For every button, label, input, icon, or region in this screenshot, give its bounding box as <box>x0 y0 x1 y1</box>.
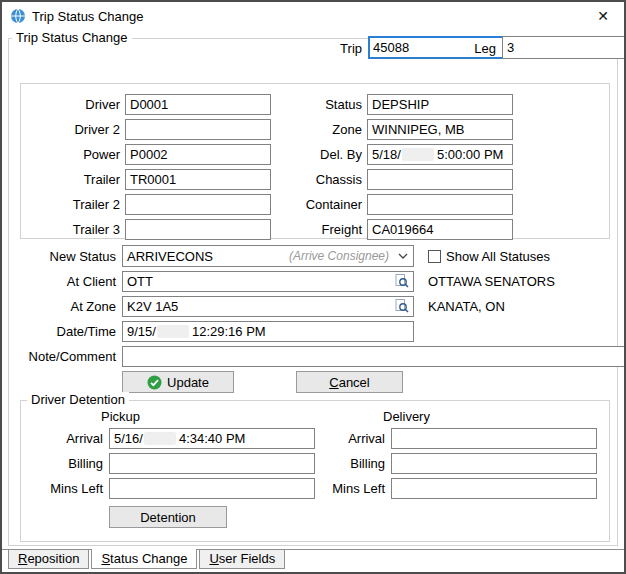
tab-strip: Reposition Status Change User Fields <box>2 549 624 570</box>
at-zone-value: K2V 1A5 <box>127 299 394 314</box>
chassis-input[interactable] <box>367 169 513 190</box>
driver2-input[interactable] <box>125 119 271 140</box>
note-comment-label: Note/Comment <box>20 349 116 364</box>
action-buttons: Update Cancel <box>20 371 620 393</box>
datetime-label: Date/Time <box>20 324 116 339</box>
status-input[interactable] <box>367 94 513 115</box>
new-status-combobox[interactable]: ARRIVECONS (Arrive Consignee) <box>122 245 414 267</box>
detention-grid: Arrival 5/16/ 4:34:40 PM Arrival Billing… <box>21 428 609 499</box>
tab-reposition-label: Reposition <box>18 551 79 566</box>
trailer2-label: Trailer 2 <box>21 197 120 212</box>
driver2-label: Driver 2 <box>21 122 120 137</box>
pickup-billing-input[interactable] <box>109 453 315 474</box>
at-zone-input[interactable]: K2V 1A5 <box>122 296 414 317</box>
new-status-label: New Status <box>20 249 116 264</box>
trip-label: Trip <box>300 41 362 56</box>
update-button-label: Update <box>167 375 209 390</box>
chassis-label: Chassis <box>276 172 362 187</box>
note-comment-input[interactable] <box>122 346 626 367</box>
pickup-mins-left-label: Mins Left <box>29 481 103 496</box>
titlebar: Trip Status Change ✕ <box>2 2 624 30</box>
close-icon[interactable]: ✕ <box>582 2 624 30</box>
tab-reposition[interactable]: Reposition <box>8 550 89 569</box>
trailer-label: Trailer <box>21 172 120 187</box>
detention-button-label: Detention <box>140 510 196 525</box>
at-client-label: At Client <box>20 274 116 289</box>
delivery-column-header: Delivery <box>383 409 430 426</box>
tab-user-fields-label: User Fields <box>209 551 275 566</box>
tab-status-change[interactable]: Status Change <box>91 549 197 569</box>
at-zone-label: At Zone <box>20 299 116 314</box>
datetime-input[interactable]: 9/15/ 12:29:16 PM <box>122 321 414 342</box>
new-status-hint: (Arrive Consignee) <box>289 249 389 263</box>
app-icon <box>10 8 26 24</box>
show-all-statuses-group: Show All Statuses <box>428 249 550 264</box>
container-label: Container <box>276 197 362 212</box>
del-by-input[interactable]: 5/18/ 5:00:00 PM <box>367 144 513 165</box>
tab-status-change-label: Status Change <box>101 551 187 566</box>
cancel-button-label: Cancel <box>329 375 369 390</box>
del-by-label: Del. By <box>276 147 362 162</box>
show-all-statuses-label: Show All Statuses <box>446 249 550 264</box>
del-by-value-post: 5:00:00 PM <box>437 147 504 162</box>
freight-input[interactable] <box>367 219 513 240</box>
new-status-value: ARRIVECONS <box>127 249 289 264</box>
redacted-year <box>144 432 176 445</box>
delivery-mins-left-input[interactable] <box>391 478 597 499</box>
pickup-arrival-label: Arrival <box>29 431 103 446</box>
delivery-billing-label: Billing <box>321 456 385 471</box>
container-input[interactable] <box>367 194 513 215</box>
zone-label: Zone <box>276 122 362 137</box>
driver-detention-group-label: Driver Detention <box>27 392 129 407</box>
datetime-value-pre: 9/15/ <box>127 324 156 339</box>
at-client-input[interactable]: OTT <box>122 271 414 292</box>
pickup-arrival-value-pre: 5/16/ <box>114 431 143 446</box>
status-change-section: New Status ARRIVECONS (Arrive Consignee)… <box>20 245 620 393</box>
detention-button[interactable]: Detention <box>109 506 227 528</box>
trip-info-group: Driver Status Driver 2 Zone Power Del. B… <box>20 83 610 239</box>
tab-user-fields[interactable]: User Fields <box>199 550 285 569</box>
chevron-down-icon[interactable] <box>396 253 410 259</box>
driver-label: Driver <box>21 97 120 112</box>
trip-status-change-window: Trip Status Change ✕ Trip Status Change … <box>0 0 626 574</box>
redacted-year <box>402 148 434 161</box>
update-button[interactable]: Update <box>122 371 234 393</box>
trip-status-change-group-label: Trip Status Change <box>12 30 132 45</box>
at-zone-description: KANATA, ON <box>428 299 505 314</box>
del-by-value-pre: 5/18/ <box>372 147 401 162</box>
power-input[interactable] <box>125 144 271 165</box>
window-title: Trip Status Change <box>32 9 144 24</box>
leg-input[interactable] <box>502 36 626 59</box>
datetime-value-post: 12:29:16 PM <box>192 324 266 339</box>
trailer3-label: Trailer 3 <box>21 222 120 237</box>
cancel-button[interactable]: Cancel <box>296 371 403 393</box>
delivery-arrival-input[interactable] <box>391 428 597 449</box>
pickup-column-header: Pickup <box>101 409 383 426</box>
delivery-arrival-label: Arrival <box>321 431 385 446</box>
at-client-description: OTTAWA SENATORS <box>428 274 555 289</box>
power-label: Power <box>21 147 120 162</box>
lookup-icon[interactable] <box>394 274 409 288</box>
pickup-billing-label: Billing <box>29 456 103 471</box>
at-client-value: OTT <box>127 274 394 289</box>
check-icon <box>147 375 162 390</box>
driver-detention-group: Driver Detention Pickup Delivery Arrival… <box>20 400 610 542</box>
leg-label: Leg <box>460 41 496 56</box>
redacted-year <box>157 325 189 338</box>
trailer-input[interactable] <box>125 169 271 190</box>
pickup-mins-left-input[interactable] <box>109 478 315 499</box>
driver-input[interactable] <box>125 94 271 115</box>
freight-label: Freight <box>276 222 362 237</box>
delivery-billing-input[interactable] <box>391 453 597 474</box>
trailer2-input[interactable] <box>125 194 271 215</box>
trailer3-input[interactable] <box>125 219 271 240</box>
zone-input[interactable] <box>367 119 513 140</box>
pickup-arrival-input[interactable]: 5/16/ 4:34:40 PM <box>109 428 315 449</box>
pickup-arrival-value-post: 4:34:40 PM <box>179 431 246 446</box>
lookup-icon[interactable] <box>394 299 409 313</box>
show-all-statuses-checkbox[interactable] <box>428 250 441 263</box>
delivery-mins-left-label: Mins Left <box>321 481 385 496</box>
detention-headers: Pickup Delivery <box>21 409 609 426</box>
status-label: Status <box>276 97 362 112</box>
